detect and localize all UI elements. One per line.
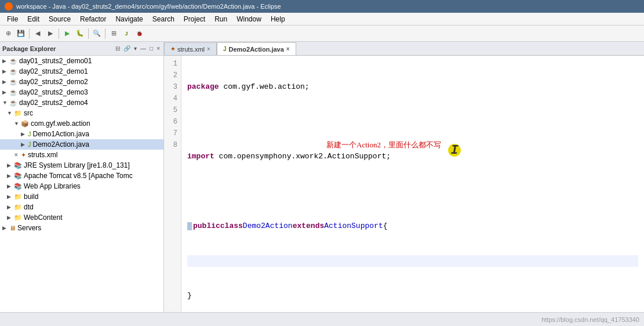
tb-search[interactable]: 🔍 bbox=[91, 28, 103, 39]
cursor-label: I bbox=[450, 143, 458, 158]
code-editor[interactable]: 1 2 3 4 5 6 7 8 package com.gyf.web.acti… bbox=[164, 56, 644, 312]
tb-save[interactable]: 💾 bbox=[15, 28, 27, 39]
pe-maximize[interactable]: □ bbox=[148, 45, 154, 52]
menu-navigate[interactable]: Navigate bbox=[111, 14, 147, 24]
menu-source[interactable]: Source bbox=[44, 14, 75, 24]
menu-project[interactable]: Project bbox=[179, 14, 210, 24]
tree-item-webcontent[interactable]: ▶ 📁 WebContent bbox=[0, 212, 163, 223]
tb-sep1 bbox=[29, 28, 30, 39]
pe-tree: ▶ ☕ day01_struts2_demo01 ▶ ☕ day02_strut… bbox=[0, 56, 163, 312]
tree-item-struts[interactable]: ✕ ✦ struts.xml bbox=[0, 150, 163, 160]
tb-java-perspective[interactable]: J bbox=[121, 28, 132, 39]
label-tomcat: Apache Tomcat v8.5 [Apache Tomc bbox=[24, 172, 133, 180]
tree-item-jre[interactable]: ▶ 📚 JRE System Library [jre1.8.0_131] bbox=[0, 160, 163, 171]
icon-struts: ✦ bbox=[21, 151, 26, 159]
tb-forward[interactable]: ▶ bbox=[45, 28, 56, 39]
icon-day02d3: ☕ bbox=[9, 89, 17, 96]
tree-item-webapp[interactable]: ▶ 📚 Web App Libraries bbox=[0, 181, 163, 191]
tab-demo2-label: Demo2Action.java bbox=[228, 46, 283, 53]
tb-run[interactable]: ▶ bbox=[61, 28, 73, 39]
icon-tomcat: 📚 bbox=[14, 172, 22, 180]
label-src: src bbox=[24, 109, 33, 117]
arrow-day02d1: ▶ bbox=[2, 68, 9, 74]
tab-bar: ✦ struts.xml × J Demo2Action.java × bbox=[164, 42, 644, 56]
pe-header: Package Explorer ⊟ 🔗 ▾ — □ × bbox=[0, 42, 163, 56]
tb-perspective[interactable]: ⊞ bbox=[108, 28, 119, 39]
icon-webcontent: 📁 bbox=[14, 214, 22, 222]
code-line-1: package com.gyf.web.action; bbox=[187, 81, 638, 93]
watermark: https://blog.csdn.net/qq_41753340 bbox=[541, 316, 639, 323]
arrow-jre: ▶ bbox=[7, 162, 14, 168]
arrow-day01: ▶ bbox=[2, 58, 9, 64]
pe-close[interactable]: × bbox=[155, 45, 161, 52]
code-content[interactable]: package com.gyf.web.action; import com.o… bbox=[181, 56, 644, 312]
pe-collapse[interactable]: ⊟ bbox=[114, 45, 121, 52]
menu-file[interactable]: File bbox=[2, 14, 23, 24]
code-line-3: import com.opensymphony.xwork2.ActionSup… bbox=[187, 151, 638, 162]
menu-search[interactable]: Search bbox=[148, 14, 179, 24]
label-day01: day01_struts2_demo01 bbox=[19, 57, 92, 65]
label-day02d2: day02_struts2_demo2 bbox=[19, 78, 88, 86]
arrow-demo1: ▶ bbox=[21, 131, 28, 137]
icon-demo1: J bbox=[28, 131, 31, 137]
arrow-day02d4: ▼ bbox=[2, 100, 9, 106]
tree-item-day02d2[interactable]: ▶ ☕ day02_struts2_demo2 bbox=[0, 77, 163, 87]
tree-item-tomcat[interactable]: ▶ 📚 Apache Tomcat v8.5 [Apache Tomc bbox=[0, 171, 163, 181]
pe-toolbar: ⊟ 🔗 ▾ — □ × bbox=[114, 45, 161, 52]
label-build: build bbox=[24, 193, 38, 201]
label-pkg: com.gyf.web.action bbox=[31, 119, 90, 128]
label-webapp: Web App Libraries bbox=[24, 182, 81, 190]
pe-menu[interactable]: ▾ bbox=[133, 45, 138, 52]
menu-window[interactable]: Window bbox=[232, 14, 266, 24]
tb-debug[interactable]: 🐛 bbox=[74, 28, 86, 39]
code-line-4 bbox=[187, 186, 638, 197]
tree-item-dtd[interactable]: ▶ 📁 dtd bbox=[0, 202, 163, 212]
tab-demo2-java[interactable]: J Demo2Action.java × bbox=[217, 42, 296, 55]
arrow-webapp: ▶ bbox=[7, 183, 14, 189]
label-dtd: dtd bbox=[24, 203, 34, 211]
code-line-7: } bbox=[187, 290, 638, 302]
tree-item-day02d4[interactable]: ▼ ☕ day02_struts2_demo4 bbox=[0, 97, 163, 108]
toolbar: ⊕ 💾 ◀ ▶ ▶ 🐛 🔍 ⊞ J 🐞 bbox=[0, 26, 644, 42]
status-bar: https://blog.csdn.net/qq_41753340 bbox=[0, 312, 644, 326]
pe-link[interactable]: 🔗 bbox=[122, 45, 132, 52]
tree-item-day02d3[interactable]: ▶ ☕ day02_struts2_demo3 bbox=[0, 87, 163, 97]
tree-item-demo2[interactable]: ▶ J Demo2Action.java bbox=[0, 139, 163, 150]
tb-debug-perspective[interactable]: 🐞 bbox=[133, 28, 145, 39]
tb-sep2 bbox=[59, 28, 59, 39]
ruler-marker bbox=[187, 222, 192, 230]
tb-sep4 bbox=[105, 28, 105, 39]
menu-edit[interactable]: Edit bbox=[23, 14, 44, 24]
tb-sep3 bbox=[88, 28, 89, 39]
label-demo1: Demo1Action.java bbox=[33, 130, 89, 138]
tab-struts-xml[interactable]: ✦ struts.xml × bbox=[164, 42, 217, 55]
title-bar: workspace - Java - day02_struts2_demo4/s… bbox=[0, 0, 644, 13]
menu-refactor[interactable]: Refactor bbox=[75, 14, 111, 24]
arrow-webcontent: ▶ bbox=[7, 215, 14, 220]
menu-help[interactable]: Help bbox=[266, 14, 290, 24]
icon-day02d4: ☕ bbox=[9, 99, 17, 107]
menu-run[interactable]: Run bbox=[210, 14, 232, 24]
tab-demo2-close[interactable]: × bbox=[286, 46, 290, 52]
arrow-day02d2: ▶ bbox=[2, 79, 9, 85]
tree-item-demo1[interactable]: ▶ J Demo1Action.java bbox=[0, 129, 163, 139]
tree-item-servers[interactable]: ▶ 🖥 Servers bbox=[0, 223, 163, 233]
tb-new[interactable]: ⊕ bbox=[2, 28, 14, 39]
tree-item-day02d1[interactable]: ▶ ☕ day02_struts2_demo1 bbox=[0, 66, 163, 77]
tree-item-pkg[interactable]: ▼ 📦 com.gyf.web.action bbox=[0, 118, 163, 129]
arrow-dtd: ▶ bbox=[7, 204, 14, 210]
pe-minimize[interactable]: — bbox=[139, 45, 147, 52]
menu-bar: File Edit Source Refactor Navigate Searc… bbox=[0, 13, 644, 26]
tree-item-src[interactable]: ▼ 📁 src bbox=[0, 108, 163, 118]
tree-item-build[interactable]: ▶ 📁 build bbox=[0, 191, 163, 202]
label-day02d4: day02_struts2_demo4 bbox=[19, 99, 88, 107]
label-demo2: Demo2Action.java bbox=[33, 140, 89, 148]
arrow-demo2: ▶ bbox=[21, 142, 28, 147]
tb-back[interactable]: ◀ bbox=[32, 28, 43, 39]
eclipse-icon bbox=[5, 2, 13, 10]
tree-item-day01[interactable]: ▶ ☕ day01_struts2_demo01 bbox=[0, 56, 163, 66]
code-line-5: public class Demo2Action extends ActionS… bbox=[187, 220, 638, 232]
icon-day02d2: ☕ bbox=[9, 78, 17, 86]
tab-struts-close[interactable]: × bbox=[207, 46, 210, 52]
code-line-6[interactable] bbox=[187, 255, 638, 267]
